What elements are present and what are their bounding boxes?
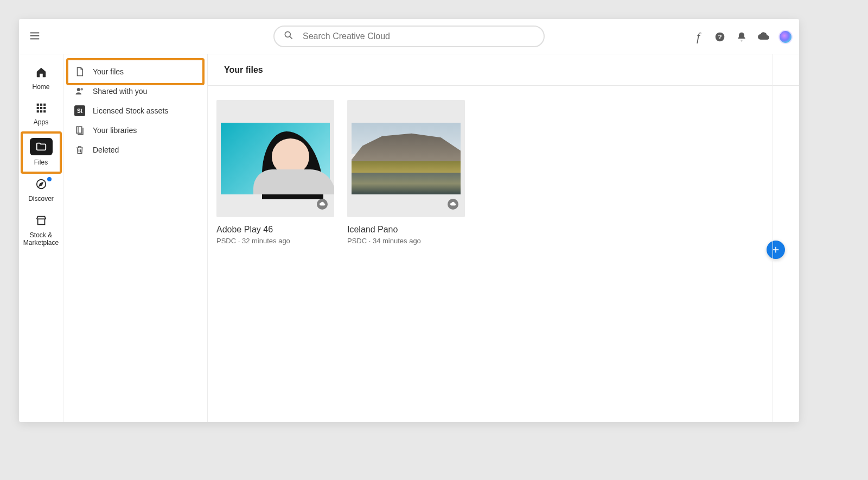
file-card[interactable]: Iceland Pano PSDC · 34 minutes ago [347,100,465,245]
svg-rect-19 [76,127,82,133]
rail-item-apps[interactable]: Apps [19,103,63,126]
cloud-synced-icon [317,199,328,210]
libraries-icon [74,125,85,136]
trash-icon [74,144,85,155]
svg-text:?: ? [718,33,722,40]
sidebar-item-libraries[interactable]: Your libraries [69,121,202,140]
content-header: Your files [208,54,799,86]
help-icon[interactable]: ? [713,30,726,43]
menu-button[interactable] [29,30,42,43]
sidebar-item-your-files[interactable]: Your files [69,62,202,81]
file-thumbnail[interactable] [347,100,465,217]
rail-item-discover[interactable]: Discover [19,178,63,203]
rail-item-files[interactable]: Files [19,138,63,166]
file-card[interactable]: Adobe Play 46 PSDC · 32 minutes ago [216,100,334,245]
file-meta: PSDC · 34 minutes ago [347,237,465,245]
topbar-actions: f ? [692,19,793,54]
notifications-icon[interactable] [735,30,748,43]
file-grid: Adobe Play 46 PSDC · 32 minutes ago Icel… [208,86,799,259]
svg-point-3 [285,31,290,37]
sidebar-item-shared[interactable]: Shared with you [69,81,202,101]
rail-label: Discover [19,195,63,203]
sidebar-label: Licensed Stock assets [93,106,168,115]
sidebar-label: Deleted [93,146,119,154]
marketplace-icon [19,214,63,228]
svg-rect-15 [43,110,46,112]
svg-rect-7 [36,104,39,106]
sidebar-item-licensed[interactable]: St Licensed Stock assets [69,101,202,121]
folder-icon [30,138,53,155]
search-icon [283,30,294,43]
cloud-sync-icon[interactable] [757,30,770,43]
rail-label: Apps [19,118,63,126]
thumbnail-image [352,123,461,194]
search-input[interactable] [302,31,535,42]
svg-rect-10 [36,107,39,109]
svg-point-18 [81,88,84,91]
new-badge [47,177,52,181]
svg-rect-11 [40,107,42,109]
sidebar-label: Your libraries [93,126,137,135]
file-title: Adobe Play 46 [216,225,334,235]
cloud-synced-icon [448,199,458,210]
file-title: Iceland Pano [347,225,465,235]
rail-label: Files [19,159,63,166]
rail-item-home[interactable]: Home [19,66,63,91]
file-meta: PSDC · 32 minutes ago [216,237,334,245]
nav-rail: Home Apps Files [19,54,63,422]
add-button[interactable] [767,241,785,259]
people-icon [74,86,85,97]
svg-rect-14 [40,110,42,112]
rail-label: Home [19,83,63,91]
search-field[interactable] [273,26,545,47]
main-panel: Your files Adobe Play 46 PSDC · 32 minut… [208,54,799,422]
svg-rect-8 [40,104,42,106]
rail-item-stock[interactable]: Stock & Marketplace [19,214,63,247]
sidebar-label: Your files [93,67,124,76]
discover-icon [19,178,63,192]
app-window: f ? Home [19,19,799,422]
home-icon [19,66,63,80]
page-title: Your files [224,65,263,75]
file-icon [74,66,85,77]
stock-icon: St [74,105,85,116]
rail-label: Stock & Marketplace [19,231,63,247]
svg-rect-9 [43,104,46,106]
svg-line-4 [290,36,292,39]
file-thumbnail[interactable] [216,100,334,217]
sidebar-label: Shared with you [93,87,147,96]
svg-point-17 [77,88,80,91]
sidebar-item-deleted[interactable]: Deleted [69,140,202,160]
apps-icon [19,103,63,115]
thumbnail-image [221,123,330,194]
profile-avatar[interactable] [778,30,793,44]
svg-rect-13 [36,110,39,112]
fonts-icon[interactable]: f [692,30,705,43]
top-bar: f ? [19,19,799,54]
svg-rect-12 [43,107,46,109]
files-sidebar: Your files Shared with you St Licensed S… [63,54,208,422]
